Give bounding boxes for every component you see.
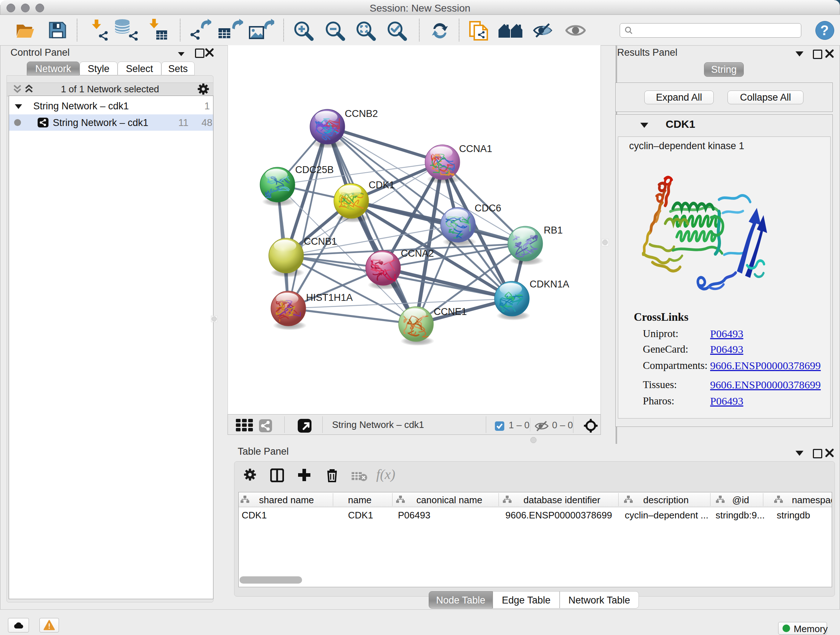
svg-text:CDKN1A: CDKN1A [530,279,569,290]
svg-text:CCNB2: CCNB2 [345,108,378,119]
svg-text:CCNA2: CCNA2 [401,248,434,259]
svg-text:RB1: RB1 [544,225,563,236]
svg-text:CCNB1: CCNB1 [304,236,337,247]
svg-text:CDK1: CDK1 [369,180,395,190]
svg-text:CDC6: CDC6 [475,203,501,214]
svg-text:CCNE1: CCNE1 [434,306,467,317]
svg-text:CDC25B: CDC25B [295,165,334,175]
svg-text:HIST1H1A: HIST1H1A [306,292,353,303]
svg-text:CCNA1: CCNA1 [459,143,493,154]
